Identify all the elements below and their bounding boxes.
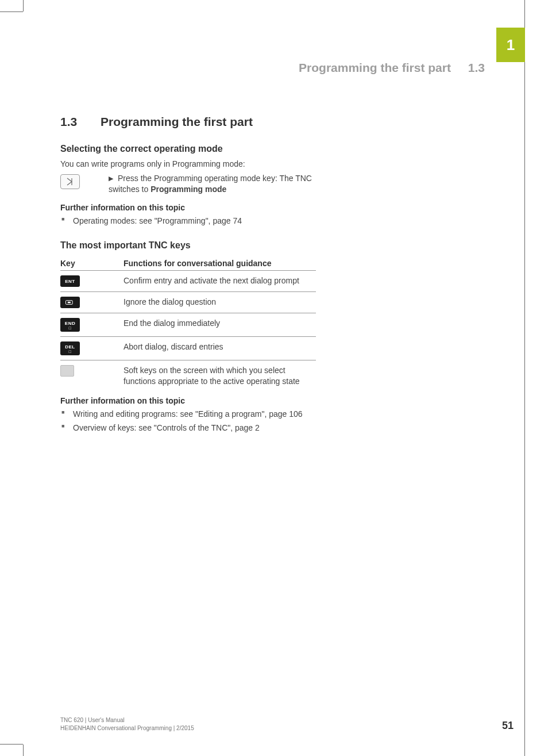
table-cell: End the dialog immediately <box>124 318 316 329</box>
page-number: 51 <box>502 720 514 732</box>
del-key-icon: DEL□ <box>60 341 80 355</box>
chapter-tab: 1 <box>496 28 525 62</box>
instruction-text: ▶Press the Programming operating mode ke… <box>109 173 330 195</box>
programming-mode-key-icon <box>60 174 80 189</box>
page-footer: TNC 620 | User's Manual HEIDENHAIN Conve… <box>60 716 514 732</box>
footer-text: TNC 620 | User's Manual HEIDENHAIN Conve… <box>60 716 194 732</box>
further-info-list: Writing and editing programs: see "Editi… <box>60 409 330 433</box>
key-table: Key Functions for conversational guidanc… <box>60 255 316 392</box>
table-row: ENT Confirm entry and activate the next … <box>60 271 316 292</box>
triangle-bullet-icon: ▶ <box>109 174 113 183</box>
table-cell: Abort dialog, discard entries <box>124 341 316 352</box>
crop-mark <box>0 11 23 12</box>
subsection-heading: Selecting the correct operating mode <box>60 144 330 154</box>
further-info-heading: Further information on this topic <box>60 396 330 405</box>
table-cell: Ignore the dialog question <box>124 297 316 308</box>
running-header-title: Programming the first part <box>299 61 451 74</box>
table-row: DEL□ Abort dialog, discard entries <box>60 337 316 360</box>
section-heading: 1.3Programming the first part <box>60 115 330 129</box>
table-cell: Confirm entry and activate the next dial… <box>124 275 316 286</box>
instruction-row: ▶Press the Programming operating mode ke… <box>60 173 330 195</box>
table-header-key: Key <box>60 259 124 268</box>
section-number: 1.3 <box>60 115 101 129</box>
subsection-heading: The most important TNC keys <box>60 240 330 251</box>
section-title: Programming the first part <box>101 115 253 128</box>
body-text: You can write programs only in Programmi… <box>60 159 330 170</box>
table-row: END□ End the dialog immediately <box>60 313 316 337</box>
softkey-icon <box>60 365 74 377</box>
table-header-fn: Functions for conversational guidance <box>124 259 316 268</box>
list-item: Overview of keys: see "Controls of the T… <box>60 423 330 434</box>
no-ent-key-icon <box>60 297 80 308</box>
running-header-number: 1.3 <box>468 61 485 74</box>
table-row: Ignore the dialog question <box>60 292 316 313</box>
list-item: Operating modes: see "Programming", page… <box>60 216 330 227</box>
list-item: Writing and editing programs: see "Editi… <box>60 409 330 420</box>
table-header-row: Key Functions for conversational guidanc… <box>60 255 316 271</box>
further-info-list: Operating modes: see "Programming", page… <box>60 216 330 227</box>
ent-key-icon: ENT <box>60 275 80 287</box>
further-info-heading: Further information on this topic <box>60 203 330 212</box>
running-header: Programming the first part 1.3 <box>299 61 485 75</box>
table-cell: Soft keys on the screen with which you s… <box>124 365 316 387</box>
crop-mark <box>524 0 525 756</box>
crop-mark <box>23 0 24 11</box>
svg-rect-1 <box>68 302 71 304</box>
crop-mark <box>0 744 23 745</box>
end-key-icon: END□ <box>60 318 80 332</box>
table-row: Soft keys on the screen with which you s… <box>60 360 316 392</box>
crop-mark <box>23 745 24 756</box>
